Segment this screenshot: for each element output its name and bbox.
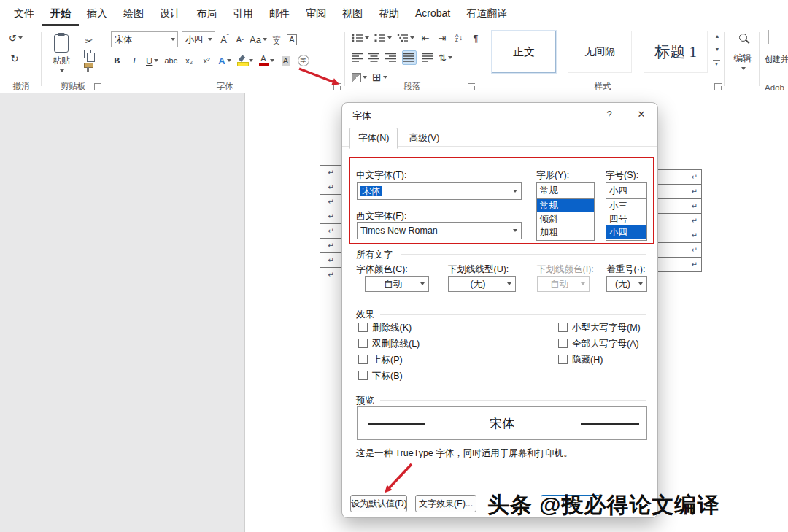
list-item[interactable]: 小三 bbox=[606, 199, 646, 212]
tab-file[interactable]: 文件 bbox=[6, 0, 42, 26]
adobe-group-label: Adob bbox=[762, 83, 788, 92]
grow-font-button[interactable]: Aˆ bbox=[219, 32, 231, 47]
underline-button[interactable]: U bbox=[146, 53, 158, 68]
align-left-button[interactable] bbox=[352, 50, 363, 65]
close-icon[interactable]: ✕ bbox=[636, 109, 647, 120]
checkbox-small-caps[interactable] bbox=[558, 323, 568, 332]
dialog-title: 字体 bbox=[352, 109, 371, 123]
multilevel-list-button[interactable] bbox=[397, 31, 414, 45]
table-row: ↵ bbox=[320, 268, 341, 282]
strikethrough-button[interactable]: abc bbox=[164, 53, 177, 68]
help-icon[interactable]: ? bbox=[603, 109, 615, 120]
tab-layout[interactable]: 布局 bbox=[188, 0, 225, 26]
tab-font[interactable]: 字体(N) bbox=[349, 128, 398, 149]
chinese-font-combo[interactable]: 宋体 bbox=[357, 182, 522, 200]
styles-scroll-down-icon[interactable]: ▼ bbox=[711, 47, 724, 52]
shrink-font-button[interactable]: Aˇ bbox=[234, 32, 246, 47]
style-no-spacing[interactable]: 无间隔 bbox=[568, 31, 632, 73]
underline-style-label: 下划线线型(U): bbox=[448, 263, 509, 276]
show-marks-button[interactable]: ¶ bbox=[470, 31, 482, 45]
search-icon[interactable] bbox=[739, 34, 747, 42]
paragraph-dialog-launcher-icon[interactable] bbox=[468, 83, 475, 90]
superscript-button[interactable]: x² bbox=[201, 53, 212, 68]
numbering-button[interactable] bbox=[374, 31, 392, 45]
tab-view[interactable]: 视图 bbox=[334, 0, 371, 26]
decrease-indent-button[interactable]: ⇤ bbox=[420, 31, 431, 45]
tab-advanced[interactable]: 高级(V) bbox=[401, 128, 448, 148]
format-painter-icon[interactable] bbox=[84, 63, 92, 72]
editing-dd[interactable] bbox=[727, 67, 759, 70]
tab-home[interactable]: 开始 bbox=[42, 0, 79, 26]
font-size-combo[interactable]: 小四 bbox=[182, 31, 215, 47]
tab-insert[interactable]: 插入 bbox=[79, 0, 115, 26]
character-border-button[interactable]: A bbox=[286, 32, 298, 47]
justify-button[interactable] bbox=[402, 50, 417, 65]
table-fragment-right: ↵ ↵ ↵ ↵ ↵ ↵ ↵ bbox=[658, 169, 702, 272]
line-spacing-button[interactable]: ⇅ bbox=[439, 50, 452, 65]
undo-button[interactable]: ↺ bbox=[9, 31, 23, 45]
align-right-button[interactable] bbox=[385, 50, 397, 65]
character-border-icon: A bbox=[287, 34, 296, 45]
clipboard-dialog-launcher-icon[interactable] bbox=[94, 83, 101, 90]
list-item[interactable]: 常规 bbox=[537, 199, 594, 212]
list-item[interactable]: 小四 bbox=[606, 225, 646, 239]
sort-button[interactable]: AZ↓ bbox=[453, 31, 465, 45]
italic-button[interactable]: I bbox=[128, 53, 140, 68]
tab-youdao-translate[interactable]: 有道翻译 bbox=[458, 0, 515, 26]
font-color-button[interactable]: A bbox=[259, 53, 274, 68]
enclose-characters-button[interactable]: 字 bbox=[298, 53, 309, 68]
align-center-button[interactable] bbox=[368, 50, 380, 65]
text-effects-button[interactable]: A bbox=[218, 53, 231, 68]
styles-gallery-more-icon[interactable]: ▼ bbox=[713, 60, 720, 66]
tab-review[interactable]: 审阅 bbox=[298, 0, 334, 26]
editing-button[interactable]: 编辑 bbox=[727, 53, 759, 65]
styles-dialog-launcher-icon[interactable] bbox=[714, 83, 722, 90]
font-dialog-launcher-icon[interactable] bbox=[333, 83, 341, 90]
create-pdf-button[interactable] bbox=[768, 31, 769, 44]
cut-button[interactable]: ✂ bbox=[83, 34, 95, 48]
phonetic-guide-button[interactable]: wén文 bbox=[271, 32, 282, 47]
font-name-combo[interactable]: 宋体 bbox=[111, 31, 178, 47]
checkbox-superscript[interactable] bbox=[358, 355, 368, 364]
checkbox-hidden[interactable] bbox=[558, 355, 568, 364]
emphasis-mark-combo[interactable]: (无) bbox=[606, 276, 647, 292]
font-color-combo[interactable]: 自动 bbox=[365, 276, 429, 292]
highlight-color-button[interactable] bbox=[237, 53, 253, 68]
tab-acrobat[interactable]: Acrobat bbox=[407, 0, 458, 26]
tab-draw[interactable]: 绘图 bbox=[115, 0, 152, 26]
styles-scroll-up-icon[interactable]: ▲ bbox=[711, 34, 724, 39]
chevron-down-icon bbox=[507, 282, 511, 285]
bold-button[interactable]: B bbox=[111, 53, 123, 68]
set-default-button[interactable]: 设为默认值(D) bbox=[350, 495, 407, 512]
tab-help[interactable]: 帮助 bbox=[371, 0, 407, 26]
checkbox-strikethrough[interactable] bbox=[358, 323, 368, 332]
checkbox-double-strikethrough[interactable] bbox=[358, 339, 368, 348]
paste-label: 粘贴 bbox=[53, 55, 70, 67]
text-effects-button-dialog[interactable]: 文字效果(E)... bbox=[415, 495, 476, 512]
change-case-button[interactable]: Aa bbox=[250, 32, 267, 47]
copy-icon[interactable] bbox=[84, 50, 91, 58]
character-shading-button[interactable]: A bbox=[280, 53, 292, 68]
font-style-edit[interactable]: 常规 bbox=[536, 182, 595, 198]
tab-references[interactable]: 引用 bbox=[225, 0, 261, 26]
list-item[interactable]: 四号 bbox=[606, 212, 646, 225]
western-font-combo[interactable]: Times New Roman bbox=[357, 222, 522, 239]
checkbox-all-caps[interactable] bbox=[558, 339, 568, 348]
bullets-button[interactable] bbox=[352, 31, 369, 45]
paste-button[interactable]: 粘贴 bbox=[45, 29, 77, 77]
distribute-button[interactable] bbox=[422, 50, 433, 65]
ribbon-tab-bar: 文件 开始 插入 绘图 设计 布局 引用 邮件 审阅 视图 帮助 Acrobat… bbox=[0, 0, 788, 26]
tab-mailings[interactable]: 邮件 bbox=[261, 0, 298, 26]
increase-indent-button[interactable]: ⇥ bbox=[436, 31, 448, 45]
underline-style-combo[interactable]: (无) bbox=[448, 276, 516, 292]
checkbox-subscript[interactable] bbox=[358, 371, 368, 380]
list-item[interactable]: 倾斜 bbox=[537, 212, 594, 225]
subscript-button[interactable]: x₂ bbox=[183, 53, 195, 68]
style-heading1[interactable]: 标题 1 bbox=[644, 31, 708, 73]
tab-design[interactable]: 设计 bbox=[152, 0, 188, 26]
font-size-edit[interactable]: 小四 bbox=[606, 182, 647, 198]
list-item[interactable]: 加粗 bbox=[537, 225, 594, 239]
redo-button[interactable]: ↻ bbox=[9, 51, 20, 66]
cell-end-mark: ↵ bbox=[328, 271, 333, 279]
style-normal[interactable]: 正文 bbox=[492, 31, 556, 73]
